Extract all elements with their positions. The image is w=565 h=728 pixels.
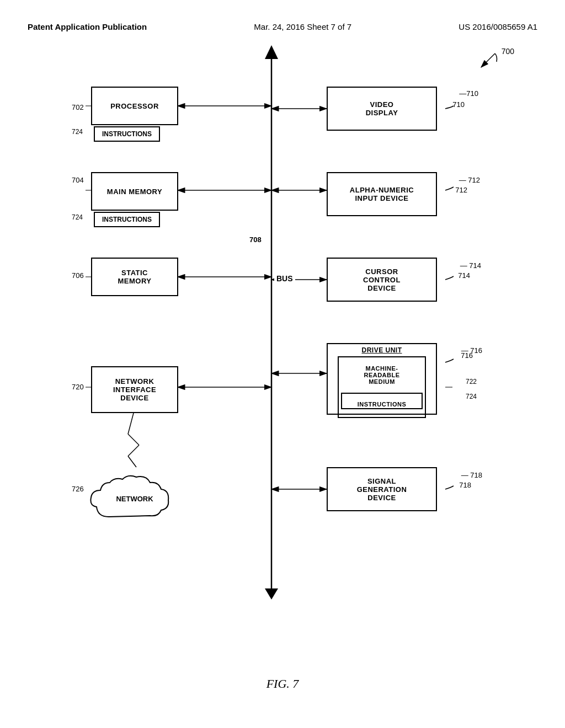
svg-text:NETWORK: NETWORK [116,495,153,503]
box-signal-generation: SIGNAL GENERATION DEVICE [327,467,437,511]
label-710: 710 [452,100,465,109]
box-signal-generation-label: SIGNAL GENERATION DEVICE [357,477,407,502]
box-processor-label: PROCESSOR [110,102,159,110]
figure-caption-text: FIG. 7 [266,677,299,690]
box-main-memory-instructions-label: INSTRUCTIONS [102,216,152,223]
svg-line-17 [128,413,134,434]
label-724c: 724 [466,393,477,400]
box-video-display-label: VIDEO DISPLAY [366,100,398,117]
label-704: 704 [72,176,84,184]
box-main-memory: MAIN MEMORY [91,172,178,211]
header-patent-number: US 2016/0085659 A1 [459,22,537,31]
box-alpha-numeric: ALPHA-NUMERIC INPUT DEVICE [327,172,437,216]
svg-line-18 [128,434,139,445]
box-cursor-control: CURSOR CONTROL DEVICE [327,258,437,302]
box-processor-instructions: INSTRUCTIONS [94,126,160,142]
label-712: 712 [455,186,467,194]
box-network-interface-label: NETWORK INTERFACE DEVICE [113,377,156,402]
box-machine-readable-label: MACHINE- READABLE MEDIUM [364,365,399,385]
label-714: 714 [458,271,470,280]
header-date-sheet: Mar. 24, 2016 Sheet 7 of 7 [254,22,351,31]
label-bus: BUS [274,273,295,284]
box-drive-unit-label: DRIVE UNIT [361,346,402,354]
diagram: 700 PROCESSOR INSTRUCTIONS 702 724 MAIN … [34,37,531,666]
box-main-memory-label: MAIN MEMORY [107,188,162,196]
label-702: 702 [72,103,84,111]
label-726: 726 [72,485,84,493]
box-alpha-numeric-label: ALPHA-NUMERIC INPUT DEVICE [350,186,414,202]
label-720: 720 [72,383,84,391]
svg-marker-7 [265,588,278,599]
page: Patent Application Publication Mar. 24, … [0,0,565,728]
box-static-memory-label: STATIC MEMORY [118,269,151,285]
ref-716-label: — 716 [461,346,482,355]
box-processor-instructions-label: INSTRUCTIONS [102,130,152,138]
ref-712-label: — 712 [459,176,480,184]
box-drive-instructions: INSTRUCTIONS [341,393,423,409]
box-drive-instructions-label: INSTRUCTIONS [358,401,407,408]
cloud-network: NETWORK [87,473,183,536]
svg-line-19 [128,445,139,456]
box-processor: PROCESSOR [91,87,178,125]
svg-line-21 [481,53,495,67]
svg-marker-6 [265,45,278,59]
header: Patent Application Publication Mar. 24, … [28,22,537,31]
ref-714-label: — 714 [460,261,481,270]
box-static-memory: STATIC MEMORY [91,258,178,296]
label-722: 722 [466,378,477,386]
label-718: 718 [459,481,471,489]
box-cursor-control-label: CURSOR CONTROL DEVICE [363,267,401,292]
box-video-display: VIDEO DISPLAY [327,87,437,131]
label-724a: 724 [72,128,83,136]
box-drive-unit: DRIVE UNIT MACHINE- READABLE MEDIUM INST… [327,343,437,415]
box-machine-readable: MACHINE- READABLE MEDIUM INSTRUCTIONS [338,356,426,418]
label-708: 708 [249,235,262,244]
label-706: 706 [72,271,84,280]
figure-caption: FIG. 7 [28,677,537,691]
ref-710-label: —710 [459,89,478,98]
box-network-interface: NETWORK INTERFACE DEVICE [91,366,178,413]
svg-line-20 [128,456,136,467]
header-publication: Patent Application Publication [28,22,147,31]
label-700: 700 [502,47,514,56]
ref-718-label: — 718 [461,471,482,479]
box-main-memory-instructions: INSTRUCTIONS [94,212,160,227]
label-724b: 724 [72,213,83,221]
